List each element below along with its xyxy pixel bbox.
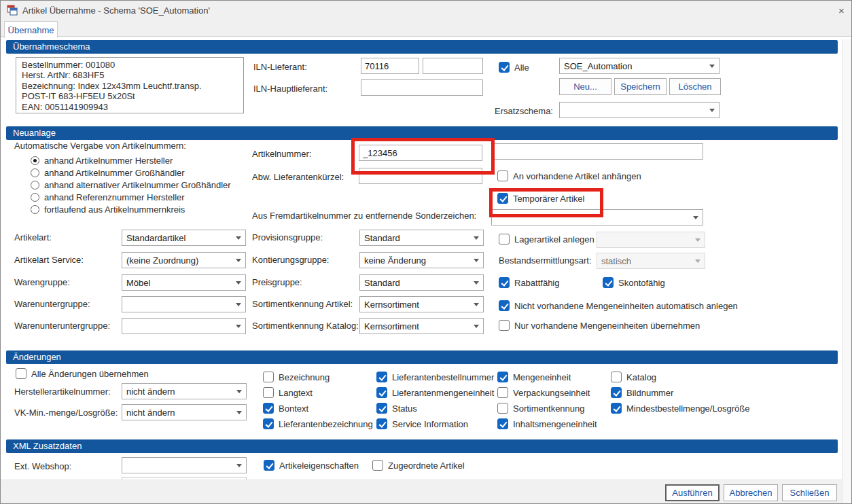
mengeneinheit-checkbox[interactable]: Mengeneinheit [497, 372, 571, 383]
schema-select[interactable]: SOE_Automation [559, 58, 720, 74]
radio-artikelnummer-hersteller[interactable]: anhand Artikelnummer Hersteller [31, 156, 173, 166]
warengruppe-select[interactable]: Möbel [122, 274, 246, 291]
tab-uebernahme[interactable]: Übernahme [4, 21, 58, 38]
checkbox-box[interactable] [499, 234, 510, 245]
artikelart-service-select[interactable]: (keine Zuordnung) [122, 252, 246, 268]
checkbox-box[interactable] [497, 418, 508, 429]
zusatz-input[interactable] [491, 143, 703, 160]
lagerartikel-anlegen-checkbox[interactable]: Lagerartikel anlegen [499, 234, 594, 245]
bildnummer-checkbox[interactable]: Bildnummer [611, 387, 673, 399]
checkbox-box[interactable] [376, 372, 387, 382]
sortimentkennung-katalog-select[interactable]: Kernsortiment [359, 318, 484, 334]
checkbox-box[interactable] [611, 387, 622, 398]
speichern-button[interactable]: Speichern [614, 78, 667, 95]
vk-min-menge-select[interactable]: nicht ändern [122, 404, 247, 420]
bezeichnung-checkbox[interactable]: Bezeichnung [263, 372, 330, 383]
scrollbar[interactable] [842, 39, 852, 504]
checkbox-box[interactable] [263, 372, 274, 382]
lieferantenmengeneinheit-checkbox[interactable]: Lieferantenmengeneinheit [376, 387, 494, 399]
alle-aenderungen-checkbox[interactable]: Alle Änderungen übernehmen [16, 368, 149, 380]
radio-artikelnummer-grosshaendler[interactable]: anhand Artikelnummer Großhändler [31, 168, 185, 179]
checkbox-label: Katalog [626, 372, 656, 383]
inhaltsmengeneinheit-checkbox[interactable]: Inhaltsmengeneinheit [497, 418, 597, 430]
checkbox-box[interactable] [263, 387, 274, 398]
radio-dot[interactable] [31, 168, 39, 177]
neu-button[interactable]: Neu... [559, 78, 611, 95]
artikelnummer-input[interactable] [359, 145, 482, 161]
warenunteruntergruppe-select[interactable] [122, 318, 246, 334]
skontofaehig-checkbox[interactable]: Skontofähig [603, 277, 665, 289]
radio-dot[interactable] [31, 205, 39, 214]
radio-alternative-artikelnummer[interactable]: anhand alternativer Artikelnummer Großhä… [31, 180, 231, 191]
checkbox-box[interactable] [16, 368, 26, 379]
zugeordnete-artikel-checkbox[interactable]: Zugeordnete Artikel [372, 460, 465, 471]
temporaerer-artikel-checkbox[interactable]: Temporärer Artikel [497, 193, 584, 204]
iln-hauptlieferant-input[interactable] [361, 79, 483, 96]
iln-lieferant-input-2[interactable] [423, 58, 483, 74]
checkbox-box[interactable] [263, 418, 274, 429]
abbrechen-button[interactable]: Abbrechen [724, 484, 778, 501]
mengeneinheiten-uebernehmen-checkbox[interactable]: Nur vorhandene Mengeneinheiten übernehme… [499, 320, 700, 331]
radio-referenznummer-hersteller[interactable]: anhand Referenznummer Hersteller [31, 192, 185, 203]
radio-fortlaufend-nummernkreis[interactable]: fortlaufend aus Artikelnummernkreis [31, 204, 185, 215]
rabattfaehig-checkbox[interactable]: Rabattfähig [499, 277, 560, 289]
verpackungseinheit-checkbox[interactable]: Verpackungseinheit [497, 387, 590, 399]
ext-webshop-select[interactable] [122, 457, 247, 473]
checkbox-box[interactable] [499, 320, 510, 331]
iln-lieferant-input-1[interactable] [361, 58, 419, 74]
radio-dot[interactable] [31, 181, 39, 190]
katalog-checkbox[interactable]: Katalog [611, 372, 656, 383]
mengeneinheiten-anlegen-checkbox[interactable]: Nicht vorhandene Mengeneinheiten automat… [499, 300, 738, 312]
checkbox-box[interactable] [376, 418, 387, 429]
checkbox-box[interactable] [376, 387, 387, 398]
kontierungsgruppe-select[interactable]: keine Änderung [359, 252, 484, 268]
radio-dot[interactable] [31, 156, 39, 165]
abw-lieferantenkuerzel-input[interactable] [359, 168, 482, 184]
checkbox-label: Mindestbestellmenge/Losgröße [626, 403, 749, 414]
checkbox-box[interactable] [497, 372, 508, 382]
checkbox-box[interactable] [264, 460, 274, 471]
langtext-checkbox[interactable]: Langtext [263, 387, 313, 399]
checkbox-box[interactable] [611, 403, 622, 414]
sonderzeichen-select[interactable] [491, 209, 703, 226]
alle-checkbox[interactable]: Alle [499, 62, 529, 73]
an-vorhandene-artikel-checkbox[interactable]: An vorhandene Artikel anhängen [497, 170, 641, 182]
sortimentkennung-artikel-select[interactable]: Kernsortiment [359, 296, 484, 312]
chevron-down-icon [474, 281, 479, 285]
checkbox-box[interactable] [263, 403, 274, 414]
checkbox-box[interactable] [497, 403, 508, 414]
close-icon[interactable]: × [831, 1, 852, 20]
warenuntergruppe-select[interactable] [122, 296, 246, 312]
herstellerartikelnummer-select[interactable]: nicht ändern [122, 383, 247, 399]
status-checkbox[interactable]: Status [376, 403, 417, 414]
lieferantenbezeichnung-checkbox[interactable]: Lieferantenbezeichnung [263, 418, 373, 430]
checkbox-box[interactable] [497, 387, 508, 398]
info-line: EAN: 0051141909943 [22, 102, 238, 112]
checkbox-box[interactable] [497, 193, 508, 204]
checkbox-box[interactable] [611, 372, 622, 382]
service-information-checkbox[interactable]: Service Information [376, 418, 468, 430]
checkbox-box[interactable] [499, 277, 510, 288]
mindestbestellmenge-checkbox[interactable]: Mindestbestellmenge/Losgröße [611, 403, 749, 414]
loeschen-button[interactable]: Löschen [669, 78, 721, 95]
artikelart-select[interactable]: Standardartikel [122, 230, 246, 246]
preisgruppe-select[interactable]: Standard [359, 274, 484, 291]
provisionsgruppe-select[interactable]: Standard [359, 230, 484, 246]
checkbox-box[interactable] [376, 403, 387, 414]
checkbox-box[interactable] [372, 460, 383, 471]
lieferantenbestellnummer-checkbox[interactable]: Lieferantenbestellnummer [376, 372, 494, 383]
checkbox-box[interactable] [603, 277, 614, 288]
checkbox-box[interactable] [499, 300, 510, 311]
ersatzschema-select[interactable] [559, 102, 720, 118]
bontext-checkbox[interactable]: Bontext [263, 403, 308, 414]
artikeleigenschaften-checkbox[interactable]: Artikeleigenschaften [264, 460, 359, 471]
radio-dot[interactable] [31, 193, 39, 202]
schliessen-button[interactable]: Schließen [782, 484, 837, 501]
radio-label: anhand Referenznummer Hersteller [44, 192, 185, 203]
alle-checkbox-box[interactable] [499, 62, 510, 73]
checkbox-box[interactable] [497, 170, 508, 181]
herstellerartikelnummer-label: Herstellerartikelnummer: [14, 386, 111, 397]
ausfuehren-button[interactable]: Ausführen [665, 484, 720, 501]
radio-label: anhand Artikelnummer Großhändler [44, 168, 185, 179]
sortimentkennung-checkbox[interactable]: Sortimentkennung [497, 403, 585, 414]
